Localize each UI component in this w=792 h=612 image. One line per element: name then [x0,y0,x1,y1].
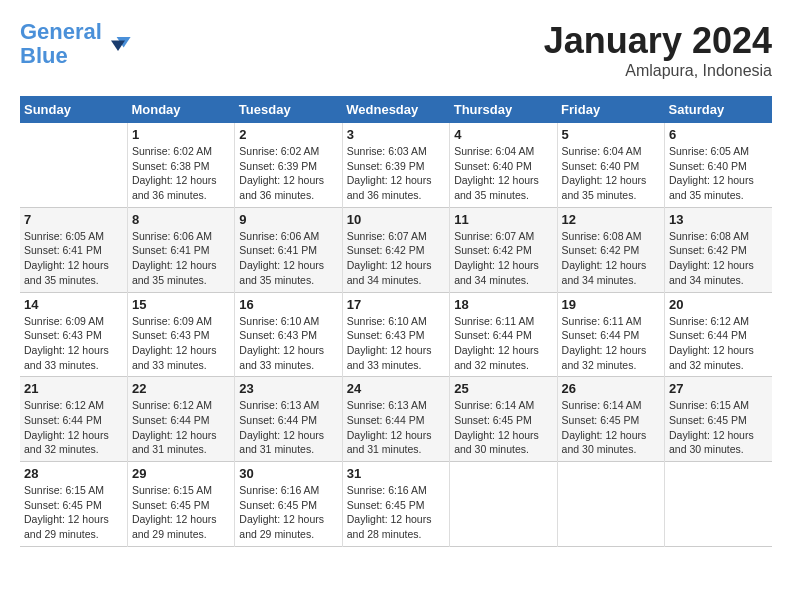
calendar-cell [450,462,557,547]
calendar-cell: 13Sunrise: 6:08 AMSunset: 6:42 PMDayligh… [665,207,772,292]
day-info: Sunrise: 6:14 AMSunset: 6:45 PMDaylight:… [562,398,660,457]
weekday-header-tuesday: Tuesday [235,96,342,123]
page-title: January 2024 [544,20,772,62]
day-number: 26 [562,381,660,396]
calendar-cell: 8Sunrise: 6:06 AMSunset: 6:41 PMDaylight… [127,207,234,292]
calendar-cell: 24Sunrise: 6:13 AMSunset: 6:44 PMDayligh… [342,377,449,462]
day-info: Sunrise: 6:09 AMSunset: 6:43 PMDaylight:… [24,314,123,373]
day-number: 30 [239,466,337,481]
weekday-header-wednesday: Wednesday [342,96,449,123]
calendar-cell: 2Sunrise: 6:02 AMSunset: 6:39 PMDaylight… [235,123,342,207]
day-number: 17 [347,297,445,312]
day-info: Sunrise: 6:15 AMSunset: 6:45 PMDaylight:… [132,483,230,542]
calendar-cell: 17Sunrise: 6:10 AMSunset: 6:43 PMDayligh… [342,292,449,377]
calendar-cell: 1Sunrise: 6:02 AMSunset: 6:38 PMDaylight… [127,123,234,207]
day-info: Sunrise: 6:04 AMSunset: 6:40 PMDaylight:… [562,144,660,203]
logo-text: GeneralBlue [20,20,102,68]
day-number: 27 [669,381,768,396]
day-number: 23 [239,381,337,396]
day-number: 10 [347,212,445,227]
day-number: 14 [24,297,123,312]
day-number: 4 [454,127,552,142]
day-info: Sunrise: 6:03 AMSunset: 6:39 PMDaylight:… [347,144,445,203]
day-info: Sunrise: 6:11 AMSunset: 6:44 PMDaylight:… [562,314,660,373]
page-subtitle: Amlapura, Indonesia [544,62,772,80]
day-info: Sunrise: 6:15 AMSunset: 6:45 PMDaylight:… [24,483,123,542]
day-info: Sunrise: 6:07 AMSunset: 6:42 PMDaylight:… [347,229,445,288]
day-number: 31 [347,466,445,481]
day-number: 13 [669,212,768,227]
calendar-cell: 10Sunrise: 6:07 AMSunset: 6:42 PMDayligh… [342,207,449,292]
calendar-cell: 4Sunrise: 6:04 AMSunset: 6:40 PMDaylight… [450,123,557,207]
calendar-cell: 28Sunrise: 6:15 AMSunset: 6:45 PMDayligh… [20,462,127,547]
day-info: Sunrise: 6:15 AMSunset: 6:45 PMDaylight:… [669,398,768,457]
day-number: 5 [562,127,660,142]
calendar-week-row: 21Sunrise: 6:12 AMSunset: 6:44 PMDayligh… [20,377,772,462]
weekday-header-row: SundayMondayTuesdayWednesdayThursdayFrid… [20,96,772,123]
day-number: 9 [239,212,337,227]
day-number: 15 [132,297,230,312]
calendar-cell: 22Sunrise: 6:12 AMSunset: 6:44 PMDayligh… [127,377,234,462]
day-info: Sunrise: 6:08 AMSunset: 6:42 PMDaylight:… [669,229,768,288]
day-info: Sunrise: 6:05 AMSunset: 6:40 PMDaylight:… [669,144,768,203]
calendar-cell: 21Sunrise: 6:12 AMSunset: 6:44 PMDayligh… [20,377,127,462]
day-number: 20 [669,297,768,312]
calendar-cell: 11Sunrise: 6:07 AMSunset: 6:42 PMDayligh… [450,207,557,292]
calendar-cell: 25Sunrise: 6:14 AMSunset: 6:45 PMDayligh… [450,377,557,462]
weekday-header-thursday: Thursday [450,96,557,123]
calendar-week-row: 28Sunrise: 6:15 AMSunset: 6:45 PMDayligh… [20,462,772,547]
calendar-cell: 6Sunrise: 6:05 AMSunset: 6:40 PMDaylight… [665,123,772,207]
calendar-cell: 26Sunrise: 6:14 AMSunset: 6:45 PMDayligh… [557,377,664,462]
day-number: 21 [24,381,123,396]
day-number: 2 [239,127,337,142]
day-info: Sunrise: 6:02 AMSunset: 6:38 PMDaylight:… [132,144,230,203]
day-number: 28 [24,466,123,481]
day-info: Sunrise: 6:12 AMSunset: 6:44 PMDaylight:… [132,398,230,457]
day-info: Sunrise: 6:09 AMSunset: 6:43 PMDaylight:… [132,314,230,373]
calendar-cell: 30Sunrise: 6:16 AMSunset: 6:45 PMDayligh… [235,462,342,547]
logo-icon [104,30,132,58]
calendar-cell: 20Sunrise: 6:12 AMSunset: 6:44 PMDayligh… [665,292,772,377]
calendar-table: SundayMondayTuesdayWednesdayThursdayFrid… [20,96,772,547]
calendar-cell: 19Sunrise: 6:11 AMSunset: 6:44 PMDayligh… [557,292,664,377]
day-number: 18 [454,297,552,312]
day-number: 6 [669,127,768,142]
calendar-cell: 31Sunrise: 6:16 AMSunset: 6:45 PMDayligh… [342,462,449,547]
day-info: Sunrise: 6:02 AMSunset: 6:39 PMDaylight:… [239,144,337,203]
day-info: Sunrise: 6:14 AMSunset: 6:45 PMDaylight:… [454,398,552,457]
calendar-cell: 29Sunrise: 6:15 AMSunset: 6:45 PMDayligh… [127,462,234,547]
day-info: Sunrise: 6:10 AMSunset: 6:43 PMDaylight:… [239,314,337,373]
calendar-cell [20,123,127,207]
calendar-cell: 15Sunrise: 6:09 AMSunset: 6:43 PMDayligh… [127,292,234,377]
day-info: Sunrise: 6:07 AMSunset: 6:42 PMDaylight:… [454,229,552,288]
day-number: 25 [454,381,552,396]
day-number: 24 [347,381,445,396]
day-number: 16 [239,297,337,312]
day-info: Sunrise: 6:16 AMSunset: 6:45 PMDaylight:… [239,483,337,542]
logo: GeneralBlue [20,20,132,68]
calendar-cell: 23Sunrise: 6:13 AMSunset: 6:44 PMDayligh… [235,377,342,462]
calendar-cell: 3Sunrise: 6:03 AMSunset: 6:39 PMDaylight… [342,123,449,207]
day-number: 22 [132,381,230,396]
day-info: Sunrise: 6:16 AMSunset: 6:45 PMDaylight:… [347,483,445,542]
day-number: 8 [132,212,230,227]
day-info: Sunrise: 6:04 AMSunset: 6:40 PMDaylight:… [454,144,552,203]
day-number: 7 [24,212,123,227]
day-info: Sunrise: 6:13 AMSunset: 6:44 PMDaylight:… [347,398,445,457]
day-number: 11 [454,212,552,227]
day-info: Sunrise: 6:10 AMSunset: 6:43 PMDaylight:… [347,314,445,373]
day-info: Sunrise: 6:12 AMSunset: 6:44 PMDaylight:… [24,398,123,457]
day-number: 1 [132,127,230,142]
calendar-cell [665,462,772,547]
day-info: Sunrise: 6:08 AMSunset: 6:42 PMDaylight:… [562,229,660,288]
calendar-cell: 7Sunrise: 6:05 AMSunset: 6:41 PMDaylight… [20,207,127,292]
calendar-week-row: 1Sunrise: 6:02 AMSunset: 6:38 PMDaylight… [20,123,772,207]
day-number: 3 [347,127,445,142]
calendar-cell: 16Sunrise: 6:10 AMSunset: 6:43 PMDayligh… [235,292,342,377]
calendar-cell: 18Sunrise: 6:11 AMSunset: 6:44 PMDayligh… [450,292,557,377]
day-number: 19 [562,297,660,312]
weekday-header-sunday: Sunday [20,96,127,123]
day-number: 12 [562,212,660,227]
calendar-cell [557,462,664,547]
weekday-header-monday: Monday [127,96,234,123]
